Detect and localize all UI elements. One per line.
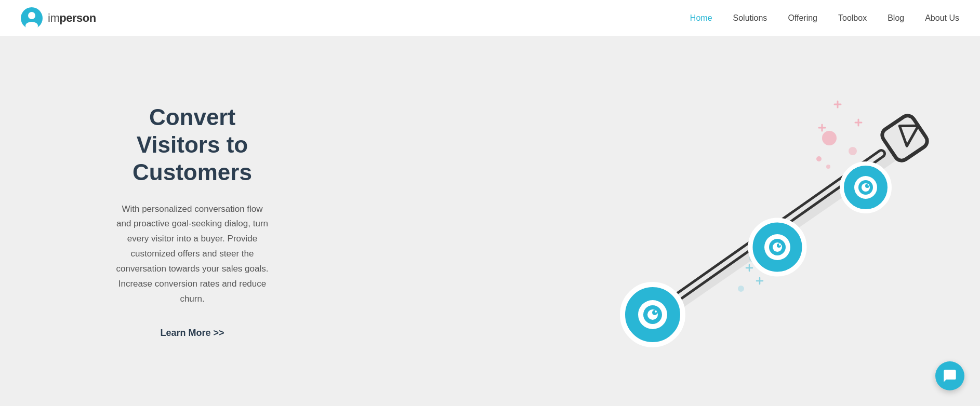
main-nav: Home Solutions Offering Toolbox Blog Abo… (690, 13, 959, 23)
svg-point-18 (738, 286, 744, 292)
svg-point-1 (28, 12, 35, 19)
site-header: imperson Home Solutions Offering Toolbox… (0, 0, 980, 36)
hero-section: Convert Visitors to Customers With perso… (0, 36, 980, 406)
svg-point-12 (826, 165, 830, 169)
logo[interactable]: imperson (21, 7, 96, 29)
chat-icon (943, 369, 957, 383)
nav-blog[interactable]: Blog (888, 13, 904, 23)
svg-point-11 (816, 156, 822, 161)
svg-point-29 (652, 310, 657, 315)
nav-solutions[interactable]: Solutions (733, 13, 767, 23)
svg-point-9 (822, 131, 837, 145)
svg-point-44 (868, 184, 869, 186)
logo-text: imperson (48, 11, 96, 25)
nav-home[interactable]: Home (690, 13, 712, 23)
hero-cta[interactable]: Learn More >> (160, 328, 224, 338)
nav-toolbox[interactable]: Toolbox (838, 13, 867, 23)
nav-about-us[interactable]: About Us (925, 13, 959, 23)
hero-illustration (312, 36, 980, 406)
hero-title: Convert Visitors to Customers (114, 104, 270, 186)
svg-point-37 (779, 243, 781, 246)
svg-point-10 (849, 147, 857, 155)
nav-offering[interactable]: Offering (788, 13, 817, 23)
logo-icon (21, 7, 43, 29)
hero-graphic (544, 76, 949, 367)
svg-point-30 (655, 310, 657, 313)
chat-bubble-button[interactable] (935, 361, 964, 390)
hero-body: With personalized conversation flow and … (114, 202, 270, 307)
hero-content: Convert Visitors to Customers With perso… (0, 73, 312, 370)
